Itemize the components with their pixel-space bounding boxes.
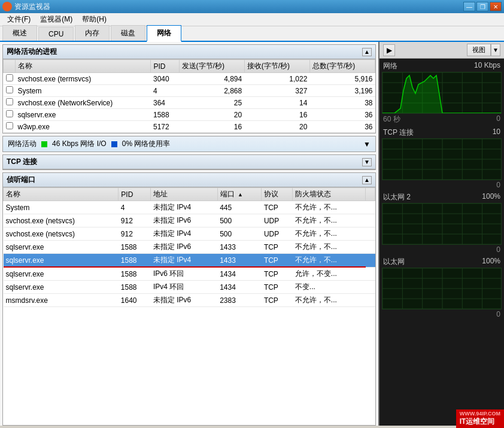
listen-row[interactable]: msmdsrv.exe 1640 未指定 IPv6 2383 TCP 不允许，不…: [4, 294, 375, 307]
process-row[interactable]: w3wp.exe 5172 16 20 36: [4, 121, 375, 133]
network-activity-label: 网络活动: [8, 139, 37, 149]
chart-unit: 10: [493, 128, 500, 138]
listen-fw: 不允许，不...: [293, 214, 366, 227]
tcp-collapse[interactable]: ▼: [362, 158, 372, 166]
listen-addr: IPv4 环回: [151, 281, 217, 294]
network-activity-collapse[interactable]: ▼: [363, 140, 371, 148]
listen-col-port: 端口 ▲: [217, 188, 262, 201]
listen-scroll-cell: [366, 294, 375, 307]
right-panel: ▶ 视图 ▼ 网络10 Kbps60 秒0TCP 连接100以太网 2100%0…: [378, 42, 504, 426]
view-dropdown-button[interactable]: ▼: [491, 44, 500, 56]
tab-memory[interactable]: 内存: [75, 25, 110, 41]
menu-file[interactable]: 文件(F): [2, 13, 35, 26]
listen-addr: 未指定 IPv6: [151, 214, 217, 227]
listen-row[interactable]: sqlservr.exe 1588 未指定 IPv6 1433 TCP 不允许，…: [4, 241, 375, 254]
listen-collapse[interactable]: ▲: [362, 176, 372, 184]
proc-check[interactable]: [4, 97, 16, 109]
col-pid: PID: [151, 60, 179, 73]
listen-pid: 4: [119, 201, 151, 214]
listen-port: 1433: [217, 254, 262, 268]
menu-help[interactable]: 帮助(H): [77, 13, 111, 26]
chart-2: 以太网 2100%0: [379, 190, 504, 254]
proc-send: 2,868: [179, 85, 244, 97]
listen-scroll-cell: [366, 214, 375, 227]
listen-name: svchost.exe (netsvcs): [4, 214, 119, 227]
chart-unit: 100%: [482, 192, 500, 202]
col-check: [4, 60, 16, 73]
proc-name: System: [16, 85, 151, 97]
listen-name: sqlservr.exe: [4, 254, 119, 268]
listen-row[interactable]: sqlservr.exe 1588 未指定 IPv4 1433 TCP 不允许，…: [4, 254, 375, 268]
chart-bottom-right: 0: [496, 310, 500, 318]
proc-recv: 327: [244, 85, 309, 97]
view-button[interactable]: 视图: [467, 44, 491, 56]
usage-indicator: [111, 141, 117, 147]
restore-button[interactable]: ❐: [476, 2, 488, 11]
proc-send: 16: [179, 121, 244, 133]
listen-port: 1434: [217, 281, 262, 294]
proc-check[interactable]: [4, 109, 16, 121]
listen-pid: 1588: [119, 267, 151, 281]
listen-scroll-cell: [366, 281, 375, 294]
tab-disk[interactable]: 磁盘: [111, 25, 145, 41]
proc-pid: 1588: [151, 109, 179, 121]
proc-check[interactable]: [4, 121, 16, 133]
listen-name: sqlservr.exe: [4, 241, 119, 254]
nav-arrow-btn[interactable]: ▶: [383, 44, 395, 56]
minimize-button[interactable]: —: [463, 2, 475, 11]
listen-col-name: 名称: [4, 188, 119, 201]
chart-label: 以太网: [383, 257, 405, 267]
listen-col-fw: 防火墙状态: [293, 188, 366, 201]
proc-total: 5,916: [309, 73, 375, 85]
tab-overview[interactable]: 概述: [2, 25, 37, 41]
tcp-title: TCP 连接: [7, 157, 37, 167]
listen-col-pid: PID: [119, 188, 151, 201]
proc-name: svchost.exe (NetworkService): [16, 97, 151, 109]
listen-table-container: 名称 PID 地址 端口 ▲ 协议 防火墙状态 System 4 未指定 IPv…: [3, 187, 375, 425]
watermark-url: WWW.94IP.COM: [460, 411, 500, 417]
titlebar-buttons: — ❐ ✕: [463, 2, 502, 11]
right-panel-header: ▶ 视图 ▼: [379, 42, 504, 59]
listen-fw: 不变...: [293, 281, 366, 294]
tab-network[interactable]: 网络: [147, 25, 181, 42]
listen-proto: TCP: [262, 281, 293, 294]
listen-title: 侦听端口: [7, 175, 35, 185]
listen-addr: 未指定 IPv4: [151, 227, 217, 241]
tab-cpu[interactable]: CPU: [38, 27, 74, 41]
listen-row[interactable]: sqlservr.exe 1588 IPv4 环回 1434 TCP 不变...: [4, 281, 375, 294]
chart-0: 网络10 Kbps60 秒0: [379, 59, 504, 125]
chart-bottom-right: 0: [496, 245, 500, 254]
listen-section: 侦听端口 ▲ 名称 PID 地址 端口 ▲ 协议 防火墙状态: [2, 172, 376, 426]
chart-1: TCP 连接100: [379, 125, 504, 190]
listen-row[interactable]: svchost.exe (netsvcs) 912 未指定 IPv6 500 U…: [4, 214, 375, 227]
listen-row[interactable]: svchost.exe (netsvcs) 912 未指定 IPv4 500 U…: [4, 227, 375, 241]
listen-name: sqlservr.exe: [4, 267, 119, 281]
listen-fw: 不允许，不...: [293, 201, 366, 214]
close-button[interactable]: ✕: [490, 2, 502, 11]
listen-pid: 1588: [119, 241, 151, 254]
network-processes-collapse[interactable]: ▲: [362, 48, 372, 56]
proc-check[interactable]: [4, 85, 16, 97]
listen-addr: IPv6 环回: [151, 267, 217, 281]
menu-monitor[interactable]: 监视器(M): [35, 13, 77, 26]
main-layout: 网络活动的进程 ▲ 名称 PID 发送(字节/秒) 接收(字节/秒) 总: [0, 42, 504, 426]
listen-fw: 不允许，不...: [293, 254, 366, 268]
listen-port: 445: [217, 201, 262, 214]
listen-proto: TCP: [262, 201, 293, 214]
chart-svg: [382, 72, 502, 114]
process-row[interactable]: sqlservr.exe 1588 20 16 36: [4, 109, 375, 121]
process-row[interactable]: System 4 2,868 327 3,196: [4, 85, 375, 97]
proc-check[interactable]: [4, 73, 16, 85]
listen-col-addr: 地址: [151, 188, 217, 201]
listen-name: msmdsrv.exe: [4, 294, 119, 307]
proc-recv: 14: [244, 97, 309, 109]
listen-row[interactable]: System 4 未指定 IPv4 445 TCP 不允许，不...: [4, 201, 375, 214]
proc-send: 25: [179, 97, 244, 109]
listen-row[interactable]: sqlservr.exe 1588 IPv6 环回 1434 TCP 允许，不变…: [4, 267, 375, 281]
process-row[interactable]: svchost.exe (termsvcs) 3040 4,894 1,022 …: [4, 73, 375, 85]
app-icon: [2, 2, 12, 11]
listen-pid: 1588: [119, 254, 151, 268]
listen-fw: 允许，不变...: [293, 267, 366, 281]
process-row[interactable]: svchost.exe (NetworkService) 364 25 14 3…: [4, 97, 375, 109]
listen-addr: 未指定 IPv6: [151, 294, 217, 307]
